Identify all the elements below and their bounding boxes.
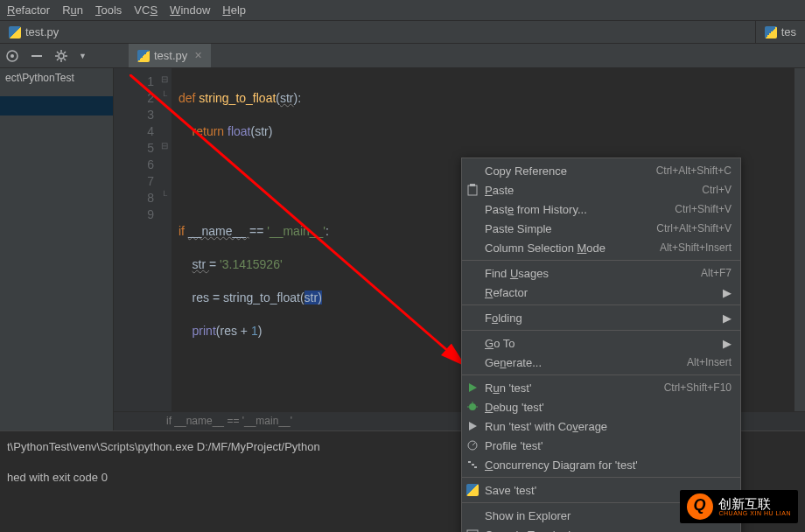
fold-minus-icon[interactable]: ⊟	[161, 141, 168, 150]
svg-marker-8	[469, 383, 477, 392]
line-number: 5	[114, 140, 154, 157]
menu-separator	[462, 374, 740, 375]
fold-column[interactable]: ⊟ └ ⊟ └	[159, 68, 172, 411]
code-content[interactable]: def string_to_float(str): return float(s…	[159, 68, 329, 411]
svg-marker-13	[469, 422, 477, 430]
svg-rect-7	[470, 184, 475, 186]
cm-concurrency[interactable]: Concurrency Diagram for 'test'	[462, 455, 740, 474]
project-sidebar[interactable]: ect\PythonTest	[0, 68, 114, 430]
svg-rect-16	[468, 461, 471, 463]
line-number: 4	[114, 123, 154, 140]
menu-bar: Refactor Run Tools VCS Window Help	[0, 0, 805, 21]
editor-tab-label: test.py	[154, 49, 187, 62]
toolbar: ▼ test.py ✕	[0, 44, 805, 68]
fold-end-icon[interactable]: └	[161, 91, 167, 101]
run-icon	[466, 382, 479, 394]
concurrency-icon	[466, 458, 479, 471]
line-number: 2	[114, 90, 154, 107]
terminal-icon: >_	[466, 528, 479, 532]
watermark: 创新互联 CHUANG XIN HU LIAN	[680, 490, 798, 523]
fold-minus-icon[interactable]: ⊟	[161, 74, 168, 84]
nav-file-tab[interactable]: test.py	[0, 21, 67, 43]
close-tab-icon[interactable]: ✕	[194, 50, 202, 61]
line-number: 8	[114, 190, 154, 206]
sidebar-selection[interactable]	[0, 96, 113, 116]
right-file-tab[interactable]: tes	[755, 21, 805, 43]
menu-window[interactable]: Window	[170, 4, 210, 17]
watermark-logo-icon	[687, 494, 713, 520]
line-gutter: 1 2 3 4 5 6 7 8 9	[114, 68, 159, 411]
line-number: 1	[114, 74, 154, 90]
target-icon[interactable]	[5, 49, 19, 63]
menu-separator	[462, 330, 740, 331]
svg-point-3	[59, 53, 64, 59]
menu-refactor[interactable]: Refactor	[7, 4, 50, 17]
python-icon	[466, 484, 479, 496]
svg-rect-17	[472, 464, 474, 466]
watermark-sub: CHUANG XIN HU LIAN	[718, 510, 791, 516]
menu-vcs[interactable]: VCS	[134, 4, 158, 17]
cm-profile[interactable]: Profile 'test'	[462, 436, 740, 455]
editor-scrollbar[interactable]	[794, 68, 805, 411]
python-file-icon	[137, 50, 150, 62]
project-path[interactable]: ect\PythonTest	[0, 68, 113, 88]
menu-run[interactable]: Run	[62, 4, 83, 17]
python-file-icon	[9, 26, 21, 38]
cm-column-selection[interactable]: Column Selection ModeAlt+Shift+Insert	[462, 238, 740, 257]
nav-file-label: test.py	[25, 25, 59, 38]
line-number: 9	[114, 206, 154, 223]
cm-copy-reference[interactable]: Copy ReferenceCtrl+Alt+Shift+C	[462, 161, 740, 180]
svg-rect-2	[32, 55, 42, 57]
watermark-main: 创新互联	[718, 496, 771, 511]
coverage-icon	[466, 420, 479, 432]
tabs-row: test.py tes	[0, 21, 805, 44]
cm-run-test[interactable]: Run 'test'Ctrl+Shift+F10	[462, 378, 740, 397]
svg-line-15	[472, 443, 475, 445]
cm-generate[interactable]: Generate...Alt+Insert	[462, 353, 740, 372]
right-file-label: tes	[781, 25, 796, 38]
line-number: 6	[114, 157, 154, 173]
debug-icon	[466, 401, 479, 413]
line-number: 3	[114, 107, 154, 123]
svg-rect-6	[468, 186, 477, 195]
menu-tools[interactable]: Tools	[95, 4, 122, 17]
editor-tab-active[interactable]: test.py ✕	[129, 44, 212, 67]
menu-separator	[462, 304, 740, 305]
cm-coverage[interactable]: Run 'test' with Coverage	[462, 416, 740, 436]
fold-end-icon[interactable]: └	[161, 191, 167, 200]
cm-debug-test[interactable]: Debug 'test'	[462, 397, 740, 416]
svg-point-1	[10, 54, 14, 58]
cm-paste-history[interactable]: Paste from History...Ctrl+Shift+V	[462, 200, 740, 219]
line-number: 7	[114, 173, 154, 190]
cm-refactor[interactable]: Refactor▶	[462, 283, 740, 302]
cm-open-terminal[interactable]: >_Open in Terminal	[462, 525, 740, 532]
svg-point-9	[469, 403, 476, 410]
cm-find-usages[interactable]: Find UsagesAlt+F7	[462, 263, 740, 283]
python-file-icon	[765, 26, 777, 38]
cm-folding[interactable]: Folding▶	[462, 308, 740, 327]
svg-rect-18	[474, 466, 477, 468]
menu-help[interactable]: Help	[222, 4, 246, 17]
paste-icon	[466, 184, 479, 196]
dropdown-arrow-icon[interactable]: ▼	[79, 52, 87, 60]
collapse-icon[interactable]	[30, 49, 44, 63]
gear-icon[interactable]	[54, 49, 68, 63]
cm-paste-simple[interactable]: Paste SimpleCtrl+Alt+Shift+V	[462, 219, 740, 238]
context-menu: Copy ReferenceCtrl+Alt+Shift+C PasteCtrl…	[461, 158, 741, 532]
cm-goto[interactable]: Go To▶	[462, 333, 740, 353]
cm-paste[interactable]: PasteCtrl+V	[462, 180, 740, 200]
menu-separator	[462, 477, 740, 478]
profile-icon	[466, 439, 479, 452]
menu-separator	[462, 260, 740, 261]
